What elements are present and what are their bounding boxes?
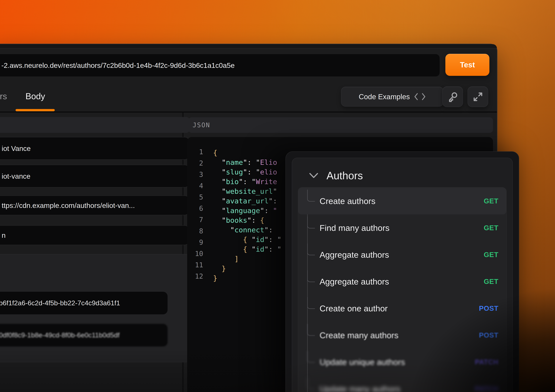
code-line: "name": "Elio: [213, 158, 281, 167]
code-token: ": [222, 187, 226, 196]
method-badge: GET: [484, 188, 498, 214]
line-number: 6: [187, 203, 203, 214]
code-token: ":: [260, 206, 273, 215]
language-field[interactable]: n: [0, 225, 189, 245]
code-examples-button[interactable]: Code Examples: [341, 87, 444, 107]
endpoint-item-aggregate-authors[interactable]: Aggregate authorsGET: [298, 268, 506, 295]
line-number: 4: [187, 180, 203, 191]
request-url-value: -2.aws.neurelo.dev/rest/authors/7c2b6b0d…: [1, 61, 235, 70]
code-line: "books": {: [213, 215, 281, 225]
code-token: ": ": [264, 235, 281, 244]
endpoint-item-create-many-authors[interactable]: Create many authorsPOST: [298, 322, 506, 348]
endpoints-popup-surface: Authors Create authorsGETFind many autho…: [292, 158, 513, 392]
code-token: bio: [226, 177, 239, 186]
test-button[interactable]: Test: [445, 54, 489, 76]
authors-group-header[interactable]: Authors: [292, 167, 363, 184]
endpoint-item-update-many-authors[interactable]: Update many authorsPATCH: [298, 375, 506, 392]
method-badge: POST: [479, 322, 498, 348]
code-line: }: [213, 273, 281, 283]
method-badge: GET: [484, 241, 498, 268]
active-tab-underline: [15, 109, 55, 111]
code-token: {: [260, 216, 264, 224]
line-number: 9: [187, 237, 203, 248]
code-token: {: [243, 245, 247, 253]
book-id-field-2[interactable]: 0df0f8c9-1b8e-49cd-8f0b-6e0c11b0d5df: [0, 324, 168, 347]
angle-brackets-icon: [414, 93, 426, 101]
endpoint-label: Find many authors: [320, 214, 390, 241]
expand-button[interactable]: [467, 86, 488, 107]
code-token: {: [243, 235, 247, 244]
code-token: avatar_url: [226, 197, 269, 205]
code-line: { "id": ": [213, 235, 281, 244]
code-token: ": [247, 235, 256, 244]
language-field-value: n: [2, 231, 6, 240]
endpoint-label: Create authors: [320, 188, 375, 214]
endpoint-item-create-authors[interactable]: Create authorsGET: [298, 188, 506, 214]
code-line: "bio": "Write: [213, 177, 281, 187]
code-token: ": ": [243, 168, 260, 176]
tree-elbow: [307, 190, 315, 202]
code-token: elio: [260, 168, 277, 176]
endpoint-label: Update many authors: [320, 375, 400, 392]
book-id-2-value: 0df0f8c9-1b8e-49cd-8f0b-6e0c11b0d5df: [0, 331, 120, 339]
line-number: 2: [187, 158, 203, 169]
endpoints-list: Create authorsGETFind many authorsGETAgg…: [298, 187, 507, 392]
endpoint-item-update-unique-authors[interactable]: Update unique authorsPATCH: [298, 348, 506, 375]
name-field[interactable]: iot Vance: [0, 137, 189, 160]
code-line: "website_url": [213, 187, 281, 196]
line-number: 11: [187, 259, 203, 271]
code-line: "connect":: [213, 225, 281, 235]
avatar-url-field[interactable]: ttps://cdn.example.com/authors/eliot-van…: [0, 196, 189, 215]
method-badge: GET: [484, 214, 498, 241]
window-top-edge: [0, 44, 497, 48]
endpoints-popup: Authors Create authorsGETFind many autho…: [285, 151, 519, 392]
book-id-field-1[interactable]: b6f1f2a6-6c2d-4f5b-bb22-7c4c9d3a61f1: [0, 292, 168, 314]
avatar-url-field-value: ttps://cdn.example.com/authors/eliot-van…: [2, 201, 135, 210]
code-token: ": [222, 216, 226, 224]
code-token: ]: [234, 255, 239, 263]
code-token: id: [256, 235, 264, 244]
tree-elbow: [307, 243, 315, 255]
code-token: ": [273, 187, 277, 196]
code-line: {: [213, 148, 281, 158]
code-token: ": [273, 206, 277, 215]
line-number-gutter: 123456789101112: [187, 146, 203, 282]
code-token: language: [226, 206, 260, 215]
line-number: 3: [187, 169, 203, 180]
tab-headers-partial[interactable]: rs: [0, 91, 7, 101]
endpoint-item-create-one-author[interactable]: Create one authorPOST: [298, 295, 506, 322]
code-token: website_url: [226, 187, 273, 196]
code-token: ":: [269, 197, 277, 205]
code-token: ": [222, 197, 226, 205]
code-token: ": ": [239, 177, 256, 186]
endpoint-label: Aggregate authors: [320, 241, 389, 268]
slug-field[interactable]: iot-vance: [0, 165, 189, 187]
tabs-divider: [0, 111, 497, 113]
line-number: 7: [187, 214, 203, 225]
request-url-input[interactable]: -2.aws.neurelo.dev/rest/authors/7c2b6b0d…: [0, 54, 440, 76]
line-number: 10: [187, 248, 203, 259]
code-line: "avatar_url":: [213, 196, 281, 206]
tree-elbow: [307, 351, 315, 363]
auth-key-button[interactable]: [442, 86, 463, 107]
code-token: books: [226, 216, 247, 224]
code-token: name: [226, 158, 243, 167]
code-token: ":: [247, 216, 260, 224]
code-token: ": [247, 245, 256, 253]
endpoint-label: Aggregate authors: [320, 268, 389, 295]
line-number: 8: [187, 225, 203, 237]
code-token: }: [222, 264, 226, 273]
endpoint-item-aggregate-authors[interactable]: Aggregate authorsGET: [298, 241, 506, 268]
code-token: id: [256, 245, 264, 253]
test-button-label: Test: [460, 60, 475, 69]
endpoint-label: Create one author: [320, 295, 387, 322]
code-token: ": ": [264, 245, 281, 253]
code-line: }: [213, 264, 281, 273]
endpoint-item-find-many-authors[interactable]: Find many authorsGET: [298, 214, 506, 241]
line-number: 1: [187, 146, 203, 158]
tab-body[interactable]: Body: [25, 91, 45, 101]
method-badge: PATCH: [475, 348, 498, 375]
method-badge: POST: [479, 295, 498, 322]
code-token: ":: [264, 226, 273, 234]
code-line: ]: [213, 254, 281, 264]
